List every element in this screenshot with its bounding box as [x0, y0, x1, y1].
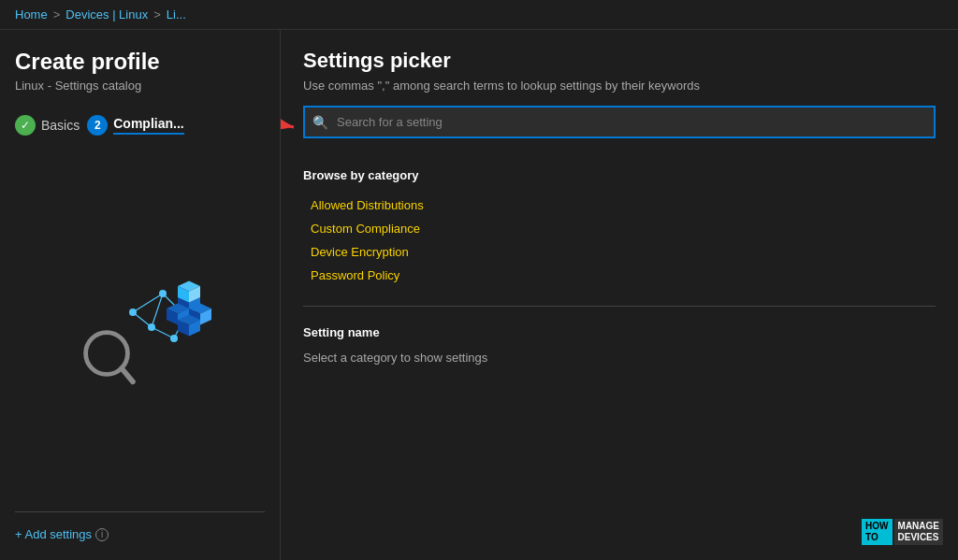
breadcrumb-home[interactable]: Home	[15, 7, 48, 22]
breadcrumb-bar: Home > Devices | Linux > Li...	[0, 0, 958, 30]
category-item-password-policy[interactable]: Password Policy	[303, 264, 936, 287]
breadcrumb-sep-1: >	[53, 7, 61, 22]
svg-line-7	[133, 294, 163, 312]
category-item-device-encryption[interactable]: Device Encryption	[303, 240, 936, 264]
category-item-custom-compliance[interactable]: Custom Compliance	[303, 217, 936, 240]
svg-line-10	[133, 312, 152, 327]
watermark-howto: HOWTO	[862, 519, 892, 545]
setting-name-placeholder: Select a category to show settings	[303, 351, 936, 365]
tab-compliance[interactable]: 2 Complian...	[87, 115, 183, 136]
right-panel: Settings picker Use commas "," among sea…	[281, 30, 958, 560]
breadcrumb-current: Li...	[167, 7, 186, 22]
search-input[interactable]	[303, 106, 936, 138]
illustration-graphic	[65, 256, 215, 406]
illustration-area	[15, 158, 265, 504]
watermark: HOWTO MANAGEDEVICES	[862, 519, 943, 545]
settings-picker-description: Use commas "," among search terms to loo…	[303, 79, 936, 93]
step-compliance-number-icon: 2	[87, 115, 108, 136]
category-item-allowed-distributions[interactable]: Allowed Distributions	[303, 194, 936, 217]
watermark-manage: MANAGEDEVICES	[894, 519, 943, 545]
svg-line-12	[152, 294, 163, 327]
tab-basics[interactable]: ✓ Basics	[15, 115, 80, 136]
breadcrumb-sep-2: >	[153, 7, 161, 22]
step-tabs: ✓ Basics 2 Complian...	[15, 115, 265, 136]
svg-line-11	[152, 327, 174, 338]
search-container: 🔍	[303, 106, 936, 138]
settings-picker-title: Settings picker	[303, 49, 936, 73]
main-layout: Create profile Linux - Settings catalog …	[0, 30, 958, 560]
step-basics-label: Basics	[41, 118, 80, 133]
setting-name-label: Setting name	[303, 325, 936, 339]
left-panel-bottom: + Add settings i	[15, 511, 265, 541]
step-compliance-label: Complian...	[113, 116, 183, 135]
category-list: Allowed Distributions Custom Compliance …	[303, 194, 936, 287]
search-wrapper: 🔍	[303, 106, 936, 138]
browse-section: Browse by category Allowed Distributions…	[281, 153, 958, 287]
section-divider	[303, 306, 936, 307]
setting-name-section: Setting name Select a category to show s…	[281, 325, 958, 365]
breadcrumb-devices[interactable]: Devices | Linux	[65, 7, 148, 22]
add-settings-link[interactable]: + Add settings i	[15, 527, 265, 541]
browse-title: Browse by category	[303, 168, 936, 182]
svg-line-1	[122, 368, 133, 381]
settings-picker-header: Settings picker Use commas "," among sea…	[281, 30, 958, 153]
step-basics-check-icon: ✓	[15, 115, 36, 136]
page-title: Create profile	[15, 49, 265, 75]
search-icon: 🔍	[312, 115, 328, 130]
add-settings-label: + Add settings	[15, 527, 92, 541]
info-icon[interactable]: i	[95, 528, 109, 541]
left-panel: Create profile Linux - Settings catalog …	[0, 30, 281, 560]
page-subtitle: Linux - Settings catalog	[15, 79, 265, 93]
